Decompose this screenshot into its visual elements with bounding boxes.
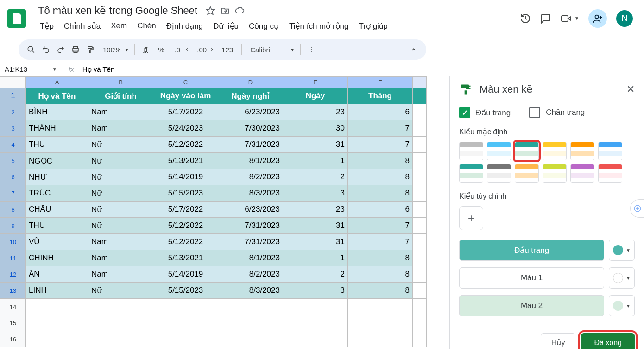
name-box-dropdown-icon[interactable]: ▼	[52, 67, 57, 72]
cell[interactable]: Nữ	[88, 169, 153, 185]
row-header-9[interactable]: 9	[0, 218, 26, 234]
footer-checkbox[interactable]	[529, 107, 540, 118]
row-header-5[interactable]: 5	[0, 153, 26, 169]
formula-input[interactable]	[81, 63, 644, 75]
cell[interactable]	[26, 331, 88, 347]
cell[interactable]: 3	[283, 185, 348, 202]
cell[interactable]: BÌNH	[26, 104, 88, 120]
cell[interactable]: 5/13/2021	[153, 153, 218, 169]
cell[interactable]: 2	[283, 169, 348, 185]
cell[interactable]	[348, 315, 413, 331]
decrease-decimal-icon[interactable]: .0	[170, 43, 192, 57]
meet-dropdown-icon[interactable]: ▼	[575, 16, 579, 21]
row-header-2[interactable]: 2	[0, 104, 26, 120]
cell[interactable]: 8	[348, 283, 413, 299]
cell[interactable]: 7	[348, 137, 413, 153]
style-swatch-7[interactable]	[487, 164, 511, 183]
cell[interactable]: 3	[283, 283, 348, 299]
menu-chèn[interactable]: Chèn	[133, 19, 161, 33]
cell[interactable]: NHƯ	[26, 169, 88, 185]
cell[interactable]: 8	[348, 153, 413, 169]
cell[interactable]: Nam	[88, 250, 153, 266]
paint-format-icon[interactable]	[83, 43, 97, 57]
cell[interactable]	[153, 315, 218, 331]
cell[interactable]: Nữ	[88, 283, 153, 299]
zoom-dropdown[interactable]: 100%▼	[98, 43, 131, 57]
cell[interactable]: 31	[283, 137, 348, 153]
cell[interactable]: 8/3/2023	[218, 185, 283, 202]
cell[interactable]: 7	[348, 234, 413, 250]
user-avatar[interactable]: N	[616, 10, 633, 27]
header-cell[interactable]: Ngày nghỉ	[218, 88, 283, 104]
style-swatch-6[interactable]	[459, 164, 483, 183]
cell[interactable]: 5/24/2023	[153, 120, 218, 137]
done-button[interactable]: Đã xong	[581, 333, 635, 349]
cell[interactable]: THU	[26, 218, 88, 234]
comment-icon[interactable]	[540, 13, 551, 24]
meet-icon[interactable]	[561, 13, 572, 24]
column-header-B[interactable]: B	[88, 77, 153, 88]
cell[interactable]	[26, 299, 88, 315]
cell[interactable]: 8/2/2023	[218, 169, 283, 185]
spreadsheet-grid[interactable]: ABCDEF1Họ và TênGiới tínhNgày vào làmNgà…	[0, 76, 449, 349]
row-header-6[interactable]: 6	[0, 169, 26, 185]
style-swatch-4[interactable]	[570, 142, 594, 160]
number-format-button[interactable]: 123	[217, 43, 238, 57]
cell[interactable]: 31	[283, 218, 348, 234]
cell[interactable]: 5/12/2022	[153, 137, 218, 153]
cell[interactable]: Nam	[88, 234, 153, 250]
cell[interactable]	[348, 299, 413, 315]
cell[interactable]: 6/23/2023	[218, 104, 283, 120]
collapse-toolbar-icon[interactable]	[407, 43, 421, 57]
cell[interactable]: Nữ	[88, 153, 153, 169]
menu-tiện-ích-mở-rộng[interactable]: Tiện ích mở rộng	[284, 19, 354, 33]
header-cell[interactable]: Ngày	[283, 88, 348, 104]
cell[interactable]: 30	[283, 120, 348, 137]
cell[interactable]: 7/31/2023	[218, 234, 283, 250]
cell[interactable]: Nam	[88, 266, 153, 283]
cell[interactable]: 7/30/2023	[218, 120, 283, 137]
star-icon[interactable]	[206, 6, 215, 15]
cell[interactable]	[348, 331, 413, 347]
color2-picker[interactable]: ▼	[609, 295, 635, 316]
cell[interactable]: 8/2/2023	[218, 266, 283, 283]
cancel-button[interactable]: Hủy	[541, 333, 576, 349]
search-icon[interactable]	[24, 43, 38, 57]
column-header-F[interactable]: F	[348, 77, 413, 88]
history-icon[interactable]	[520, 13, 531, 24]
row-header-11[interactable]: 11	[0, 250, 26, 266]
cell[interactable]: 6	[348, 202, 413, 218]
style-swatch-10[interactable]	[570, 164, 594, 183]
cell[interactable]: 7/31/2023	[218, 137, 283, 153]
cell[interactable]	[88, 315, 153, 331]
cell[interactable]: Nữ	[88, 218, 153, 234]
undo-icon[interactable]	[39, 43, 53, 57]
cell[interactable]: 7	[348, 218, 413, 234]
cell[interactable]	[283, 331, 348, 347]
style-swatch-3[interactable]	[543, 142, 567, 160]
cell[interactable]: 6/23/2023	[218, 202, 283, 218]
cell[interactable]: 5/17/2022	[153, 104, 218, 120]
font-dropdown[interactable]: Calibri▼	[246, 43, 297, 57]
cell[interactable]	[153, 299, 218, 315]
style-swatch-5[interactable]	[598, 142, 622, 160]
percent-button[interactable]: %	[153, 43, 169, 57]
redo-icon[interactable]	[54, 43, 68, 57]
move-folder-icon[interactable]	[221, 6, 230, 15]
row-header-8[interactable]: 8	[0, 202, 26, 218]
column-header-A[interactable]: A	[26, 77, 88, 88]
row-header-4[interactable]: 4	[0, 137, 26, 153]
row-header-1[interactable]: 1	[0, 88, 26, 104]
cell[interactable]: ÂN	[26, 266, 88, 283]
cell[interactable]: TRÚC	[26, 185, 88, 202]
cell[interactable]	[153, 331, 218, 347]
cell[interactable]: 8/1/2023	[218, 250, 283, 266]
menu-tệp[interactable]: Tệp	[35, 19, 58, 33]
cell[interactable]	[88, 331, 153, 347]
style-swatch-9[interactable]	[543, 164, 567, 183]
cell[interactable]: 2	[283, 266, 348, 283]
cell[interactable]: 23	[283, 104, 348, 120]
row-header-3[interactable]: 3	[0, 120, 26, 137]
cell[interactable]: 5/17/2022	[153, 202, 218, 218]
header-cell[interactable]: Ngày vào làm	[153, 88, 218, 104]
